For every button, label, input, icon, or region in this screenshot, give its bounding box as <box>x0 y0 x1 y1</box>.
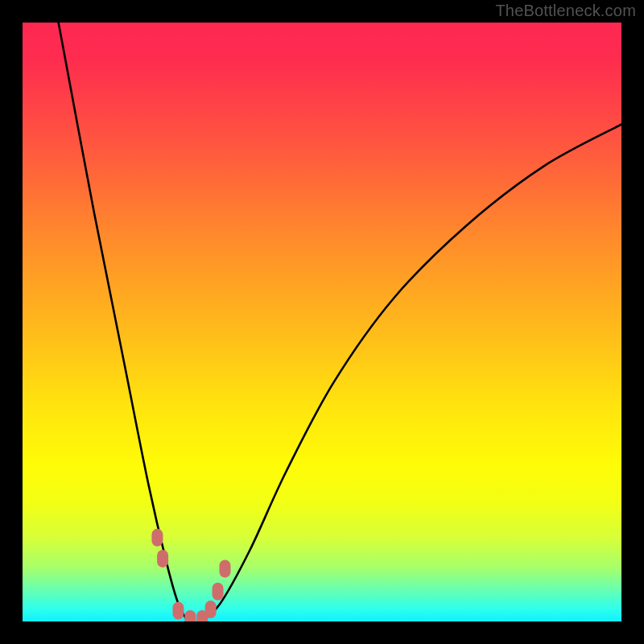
marker-point <box>196 610 208 621</box>
marker-point <box>219 560 230 578</box>
marker-point <box>157 550 168 568</box>
bottleneck-curve <box>59 23 621 621</box>
marker-point <box>205 601 217 618</box>
highlighted-points <box>151 529 230 621</box>
marker-point <box>213 583 224 601</box>
attribution-text: TheBottleneck.com <box>495 2 636 20</box>
plot-area <box>23 23 621 621</box>
marker-point <box>151 529 163 547</box>
curve-layer <box>23 23 621 621</box>
chart-frame: TheBottleneck.com <box>0 0 644 644</box>
marker-point <box>184 610 196 621</box>
marker-point <box>172 602 184 620</box>
